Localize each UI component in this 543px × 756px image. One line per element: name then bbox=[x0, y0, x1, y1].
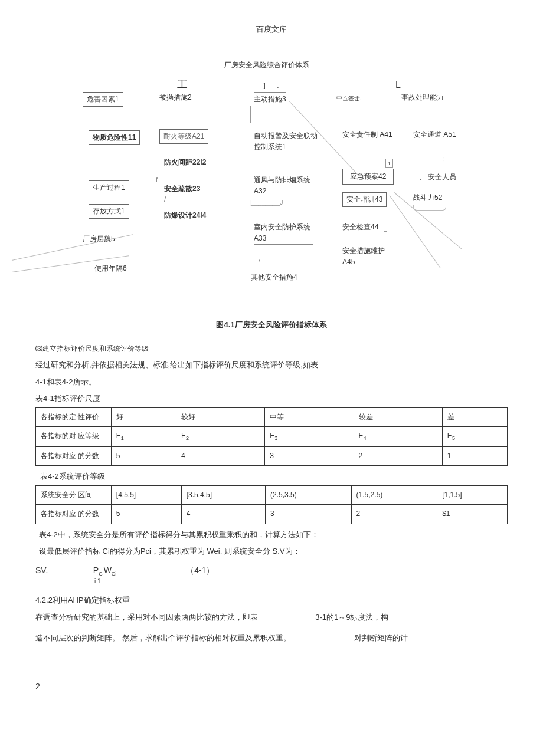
t2-r2c6: $1 bbox=[437, 505, 508, 524]
col3-item-1: 自动报警及安全联动控制系统1 bbox=[254, 130, 319, 153]
col3-item-4: 其他安全措施4 bbox=[251, 272, 297, 283]
t2-r1c2: [4.5,5] bbox=[111, 486, 181, 505]
t1-r1c4: 中等 bbox=[265, 408, 354, 427]
t2-r1c3: [3.5,4.5] bbox=[181, 486, 265, 505]
p422-line1: 在调查分析研究的基础上，采用对不同因素两两比较的方法，即表 3-1的1～9标度法… bbox=[35, 612, 508, 624]
formula-mid2: WCi bbox=[104, 566, 117, 575]
col5-item-3: 战斗力52 bbox=[413, 192, 442, 203]
col1-item-5: 使用年隔6 bbox=[94, 263, 127, 274]
formula-lhs: SV. bbox=[35, 564, 53, 577]
col4-item-3: 安全培训43 bbox=[342, 192, 387, 207]
col1-item-1: 物质危险性11 bbox=[89, 130, 140, 145]
t1-r2c6: E5 bbox=[442, 427, 507, 447]
t2-r2c3: 4 bbox=[181, 505, 265, 524]
diagram-caption: 图4.1厂房安全风险评价指标体系 bbox=[35, 319, 508, 331]
diagram: 厂房安全风险综合评价体系 工 — ］－. L 危害因素1 被拗措施2 主动措施3… bbox=[35, 60, 508, 307]
col3-title: 主动措施3 bbox=[254, 92, 286, 105]
col3-item-3: 室内安全防护系统A33 bbox=[254, 222, 313, 245]
page-header: 百度文库 bbox=[35, 24, 508, 36]
diagram-root: 厂房安全风险综合评价体系 bbox=[224, 60, 309, 71]
p422-1a: 在调查分析研究的基础上，采用对不同因素两两比较的方法，即表 bbox=[35, 613, 258, 622]
t2-r2c2: 5 bbox=[111, 505, 181, 524]
formula-4-1: SV. PCiWCi （4-1） i 1 bbox=[35, 564, 508, 586]
col5-bracket bbox=[413, 205, 446, 211]
col2-mark-slash: / bbox=[164, 194, 166, 205]
t1-r2c2: E1 bbox=[111, 427, 176, 447]
col4-item-4: 安全检查44 bbox=[342, 222, 378, 233]
t1-r2c3: E2 bbox=[176, 427, 264, 447]
table-row: 各指标的定 性评价 好 较好 中等 较差 差 bbox=[36, 408, 508, 427]
p422-line2: 造不同层次的判断矩阵。 然后，求解出个评价指标的相对权重及累积权重。 对判断矩阵… bbox=[35, 632, 508, 645]
formula-sub: i 1 bbox=[35, 577, 508, 586]
t2-r2c5: 2 bbox=[351, 505, 437, 524]
t2-r1c6: [1,1.5] bbox=[437, 486, 508, 505]
page-number: 2 bbox=[35, 680, 508, 693]
col5-item-1: 安全通道 A51 bbox=[413, 129, 460, 140]
table-row: 各指标的对 应等级 E1 E2 E3 E4 E5 bbox=[36, 427, 508, 447]
t1-r1c1: 各指标的定 性评价 bbox=[36, 408, 112, 427]
col5-item-2: 、 安全人员 bbox=[419, 172, 466, 183]
t1-r2c5: E4 bbox=[354, 427, 442, 447]
t2-r1c1: 系统安全分 区间 bbox=[36, 486, 112, 505]
t2-r2c4: 3 bbox=[266, 505, 352, 524]
t2-r1c4: (2.5,3.5) bbox=[266, 486, 352, 505]
p422-2b: 对判断矩阵的计 bbox=[354, 633, 408, 642]
col3-item-2: 通风与防排烟系统A32 bbox=[254, 175, 313, 197]
col3-mark-ij: I________J bbox=[249, 198, 283, 208]
t1-r3c1: 各指标对应 的分数 bbox=[36, 447, 112, 466]
t1-r3c6: 1 bbox=[442, 447, 507, 466]
after-t2-p2: 设最低层评价指标 Ci的得分为Pci，其累积权重为 Wei, 则系统安全分 S.… bbox=[35, 545, 508, 558]
t1-r2c4: E3 bbox=[265, 427, 354, 447]
mark-yi: — ］－. bbox=[254, 80, 279, 91]
t1-r3c4: 3 bbox=[265, 447, 354, 466]
col2-title: 被拗措施2 bbox=[159, 92, 192, 103]
t2-r2c1: 各指标对应 的分数 bbox=[36, 505, 112, 524]
table-row: 各指标对应 的分数 5 4 3 2 $1 bbox=[36, 505, 508, 524]
mark-gong: 工 bbox=[177, 76, 188, 93]
formula-mid: PCi bbox=[93, 566, 104, 575]
col5-title: 事故处理能力 bbox=[401, 92, 444, 103]
col2-item-3: 安全疏散23 bbox=[164, 183, 200, 195]
section3-heading: ⑶建立指标评价尺度和系统评价等级 bbox=[35, 343, 508, 354]
t2-r1c5: (1.5,2.5) bbox=[351, 486, 437, 505]
col3-mark-comma: , bbox=[259, 253, 260, 264]
formula-eqnum: （4-1） bbox=[186, 566, 214, 575]
t1-r1c2: 好 bbox=[111, 408, 176, 427]
t1-r1c6: 差 bbox=[442, 408, 507, 427]
heading-422: 4.2.2利用AHP确定指标权重 bbox=[35, 594, 508, 607]
p422-2a: 造不同层次的判断矩阵。 然后，求解出个评价指标的相对权重及累积权重。 bbox=[35, 633, 291, 642]
col5-mark: ________; bbox=[413, 154, 444, 165]
col2-item-1: 耐火等级A21 bbox=[159, 129, 208, 144]
t1-r3c5: 2 bbox=[354, 447, 442, 466]
table-row: 各指标对应 的分数 5 4 3 2 1 bbox=[36, 447, 508, 466]
col4-item-2: 应急预案42 bbox=[342, 169, 394, 185]
col1-title: 危害因素1 bbox=[83, 92, 123, 107]
table-row: 系统安全分 区间 [4.5,5] [3.5,4.5] (2.5,3.5) (1.… bbox=[36, 486, 508, 505]
col2-item-2: 防火间距22I2 bbox=[164, 157, 206, 168]
t1-r3c2: 5 bbox=[111, 447, 176, 466]
t1-r3c3: 4 bbox=[176, 447, 264, 466]
after-t2-p1: 表4-2中，系统安全分是所有评价指标得分与其累积权重乘积的和，计算方法如下： bbox=[35, 529, 508, 541]
p422-1b: 3-1的1～9标度法，构 bbox=[315, 613, 388, 622]
table-4-1: 各指标的定 性评价 好 较好 中等 较差 差 各指标的对 应等级 E1 E2 E… bbox=[35, 407, 508, 466]
table2-title: 表4-2系统评价等级 bbox=[35, 471, 508, 483]
section3-p2: 4-1和表4-2所示。 bbox=[35, 376, 508, 389]
col4-item-5: 安全措施维护A45 bbox=[342, 245, 390, 268]
table1-title: 表4-1指标评价尺度 bbox=[35, 393, 508, 405]
col4-num: 1 bbox=[385, 159, 393, 168]
table-4-2: 系统安全分 区间 [4.5,5] [3.5,4.5] (2.5,3.5) (1.… bbox=[35, 485, 508, 524]
t1-r2c1: 各指标的对 应等级 bbox=[36, 427, 112, 447]
col1-item-3: 存放方式1 bbox=[89, 204, 129, 219]
col2-item-4: 防爆设计24I4 bbox=[164, 210, 206, 221]
mark-L: L bbox=[395, 77, 401, 93]
t1-r1c5: 较差 bbox=[354, 408, 442, 427]
col1-item-2: 生产过程1 bbox=[89, 180, 129, 195]
col4-item-1: 安全责任制 A41 bbox=[342, 129, 395, 140]
col4-title-frag: 中△签珊. bbox=[336, 94, 362, 103]
t1-r1c3: 较好 bbox=[176, 408, 264, 427]
section3-p1: 经过研究和分析,并依据相关法规、标准,给出如下指标评价尺度和系统评价等级,如表 bbox=[35, 359, 508, 372]
